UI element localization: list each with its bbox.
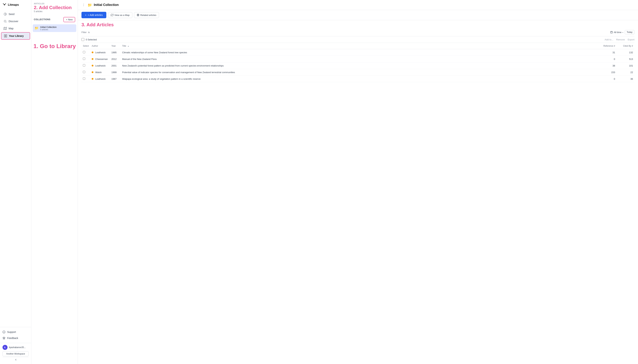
row-cited: 101 [616,62,634,69]
row-checkbox[interactable] [83,64,85,66]
add-to-button[interactable]: Add to... [605,38,613,41]
view-as-map-button[interactable]: View as a Map [108,12,132,18]
svg-rect-6 [4,35,5,37]
collections-panel: ARTICLES 2. Add Collection 5 articles CO… [31,0,78,364]
row-checkbox[interactable] [83,58,85,60]
sidebar-item-map-label: Map [9,27,14,30]
articles-count: 5 articles [34,10,75,13]
svg-marker-10 [111,14,113,16]
folder-icon: 📁 [35,26,39,30]
feedback-link[interactable]: Feedback [0,335,31,341]
col-header-author: Author [90,43,110,49]
articles-section-label: ARTICLES [34,2,75,5]
author-name: Leathwick [95,51,106,54]
row-year: 2012 [110,56,121,62]
svg-rect-13 [610,31,612,33]
discover-icon [4,20,7,23]
row-reference: 0 [599,76,616,82]
collection-item-initial[interactable]: 📁 Initial Collection 5 articles [33,24,76,32]
collapse-button[interactable] [3,357,29,362]
related-articles-button[interactable]: Related articles [134,12,159,18]
collections-label: COLLECTIONS [34,18,51,21]
export-button[interactable]: Export [628,38,634,41]
library-icon [4,34,7,38]
row-reference: 0 [599,56,616,62]
row-author: Leathwick [90,76,110,82]
col-header-title: Title ▲ [121,43,599,49]
row-checkbox[interactable] [83,71,85,73]
add-articles-plus-icon: + [85,14,86,16]
support-label: Support [7,330,16,334]
row-title: Climatic relationships of some New Zeala… [121,49,599,56]
table-row[interactable]: Leathwick 1987 Waipapa ecological area: … [81,76,634,82]
row-checkbox[interactable] [83,78,85,80]
filter-is-label: is [88,31,90,34]
sidebar: Litmaps Seed Discover Map Your Library S… [0,0,31,364]
filter-bar: Filter is All time – Today [81,28,634,36]
more-options-button[interactable]: ⋮ [81,2,86,7]
row-author: Walsh [90,69,110,76]
row-title: Waipapa ecological area: a study of vege… [121,76,599,82]
workspace-button[interactable]: Another Workspace [3,351,29,356]
sort-title-icon[interactable]: ▲ [127,45,129,47]
row-title: Manual of the New Zealand Flora [121,56,599,62]
sidebar-item-seed-label: Seed [9,13,15,16]
filter-right: All time – Today [610,30,634,34]
row-select-cell [81,62,90,69]
row-author: Cheeseman [90,56,110,62]
row-checkbox[interactable] [83,51,85,53]
support-icon [3,330,5,334]
related-articles-label: Related articles [140,14,156,16]
plus-icon: + [66,18,67,21]
content-title: Initial Collection [94,3,119,7]
col-header-select: Select [81,43,90,49]
author-name: Leathwick [95,64,106,67]
collection-info: Initial Collection 5 articles [40,26,57,30]
table-row[interactable]: Leathwick 2001 New Zealand's potential f… [81,62,634,69]
user-row[interactable]: IL ilyashabanov35... [3,345,29,350]
sidebar-item-discover[interactable]: Discover [1,18,30,25]
feedback-icon [3,337,5,340]
sidebar-item-library[interactable]: Your Library [1,32,30,40]
app-logo[interactable]: Litmaps [0,0,31,10]
author-dot [92,52,93,53]
table-row[interactable]: Walsh 1999 Potential value of indicator … [81,69,634,76]
selected-left: 0 Selected [81,38,97,41]
sidebar-item-seed[interactable]: Seed [1,11,30,18]
table-body: Leathwick 1995 Climatic relationships of… [81,49,634,82]
row-reference: 38 [599,62,616,69]
col-header-reference: Reference # [599,43,616,49]
remove-button[interactable]: Remove [616,38,625,41]
collection-count: 5 articles [40,28,57,30]
support-link[interactable]: Support [0,329,31,335]
col-header-cited: Cited By # [616,43,634,49]
row-select-cell [81,69,90,76]
calendar-icon [610,31,613,34]
add-collection-annotation: 2. Add Collection [34,5,75,10]
content-toolbar: + + Add articles View as a Map Related a… [78,10,638,20]
table-row[interactable]: Cheeseman 2012 Manual of the New Zealand… [81,56,634,62]
date-filter[interactable]: All time – [610,31,623,34]
author-dot [92,71,93,73]
select-all-checkbox[interactable] [81,38,84,41]
table-row[interactable]: Leathwick 1995 Climatic relationships of… [81,49,634,56]
author-name: Leathwick [95,78,106,80]
svg-rect-7 [6,35,7,37]
filter-label: Filter [81,31,87,34]
author-name: Cheeseman [95,58,108,60]
svg-marker-9 [3,337,5,339]
author-dot [92,58,93,60]
row-cited: 36 [616,76,634,82]
row-reference: 153 [599,69,616,76]
new-collection-button[interactable]: + New [63,17,75,22]
svg-point-2 [4,20,6,22]
add-articles-button[interactable]: + + Add articles [81,12,106,18]
today-button[interactable]: Today [625,30,634,34]
sidebar-item-library-label: Your Library [9,34,24,37]
sidebar-item-map[interactable]: Map [1,25,30,32]
avatar: IL [3,345,8,350]
seed-icon [4,12,7,16]
selected-count: 0 Selected [86,38,97,41]
filter-left: Filter is [81,31,90,34]
chevron-left-icon [14,358,17,361]
